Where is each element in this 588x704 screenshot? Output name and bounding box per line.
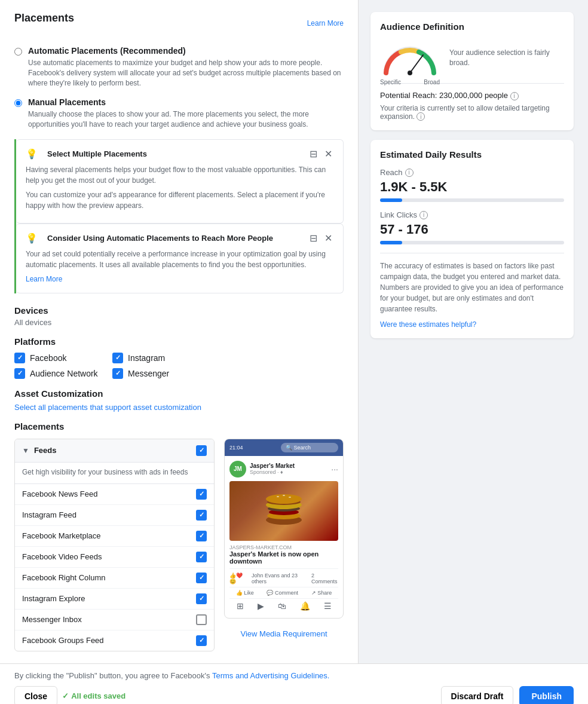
footer-actions: Close ✓ All edits saved Discard Draft Pu… [14,686,574,704]
platform-messenger[interactable]: ✓ Messenger [112,368,206,379]
manual-radio[interactable] [14,99,22,107]
tip1-body2: You can customize your ad's appearance f… [26,189,333,211]
platform-facebook[interactable]: ✓ Facebook [14,353,108,363]
tip1-close-button[interactable]: ✕ [323,148,333,160]
manual-label: Manual Placements [28,97,344,107]
instagram-checkbox[interactable]: ✓ [112,353,123,363]
view-media-button[interactable]: View Media Requirement [224,623,344,644]
criteria-info-icon[interactable]: i [416,112,425,121]
tip2-save-button[interactable]: ⊟ [308,232,318,244]
audience-description: Your audience selection is fairly broad. [449,48,564,68]
placement-facebook-news-feed: Facebook News Feed ✓ [15,484,214,505]
ad-card: JM Jasper's Market Sponsored · ♦ ··· [225,456,343,618]
share-action[interactable]: ↗ Share [311,590,332,596]
menu-nav-icon[interactable]: ☰ [324,601,332,611]
ad-url: JASPERS-MARKET.COM [229,544,338,550]
burger-svg [260,487,308,535]
tip2-close-button[interactable]: ✕ [323,232,333,244]
audience-network-checkbox[interactable]: ✓ [14,368,25,379]
tip-select-multiple: 💡 Select Multiple Placements ⊟ ✕ Having … [16,139,344,224]
manual-placement-option[interactable]: Manual Placements Manually choose the pl… [14,97,344,130]
lightbulb2-icon: 💡 [26,232,38,244]
tip2-title: Consider Using Automatic Placements to R… [47,234,273,243]
cb-instagram-explore[interactable]: ✓ [196,593,207,604]
video-nav-icon[interactable]: ▶ [258,601,264,611]
footer-terms: By clicking the "Publish" button, you ag… [14,671,574,680]
helpful-link[interactable]: Were these estimates helpful? [380,320,476,329]
cb-facebook-right-column[interactable]: ✓ [196,573,207,583]
clicks-metric-info-icon[interactable]: i [419,211,428,219]
page-wrapper: Placements Learn More Automatic Placemen… [0,0,588,704]
devices-section: Devices All devices [14,305,344,327]
ad-image [229,481,338,541]
messenger-label: Messenger [128,369,169,378]
phone-time: 21:04 [229,445,277,451]
devices-title: Devices [14,305,344,316]
cb-facebook-groups-feed[interactable]: ✓ [196,635,207,646]
placement-instagram-feed: Instagram Feed ✓ [15,505,214,526]
like-action[interactable]: 👍 Like [236,590,254,596]
feeds-checkbox[interactable]: ✓ [196,445,207,456]
platforms-title: Platforms [14,336,344,347]
svg-point-8 [283,495,285,496]
ad-reactions: 👍❤️😊 John Evans and 23 others 2 Comments [229,568,338,584]
discard-button[interactable]: Discard Draft [441,686,514,704]
cb-instagram-feed[interactable]: ✓ [196,510,207,521]
feeds-collapse-icon[interactable]: ▼ [22,446,29,455]
cb-facebook-marketplace[interactable]: ✓ [196,531,207,541]
placements-feeds-list: ▼ Feeds ✓ Get high visibility for your b… [14,439,215,651]
gauge-area: Specific Broad Your audience selection i… [380,40,564,76]
reach-info-icon[interactable]: i [510,92,519,100]
saved-label: All edits saved [71,691,125,700]
reaction-icons: 👍❤️😊 [229,573,247,584]
placement-facebook-right-column: Facebook Right Column ✓ [15,568,214,589]
feeds-label: Feeds [34,446,57,455]
placements-list-section: Placements ▼ Feeds ✓ Get high visibility… [14,421,344,651]
gauge-svg: Specific Broad [380,40,440,76]
automatic-placement-option[interactable]: Automatic Placements (Recommended) Use a… [14,46,344,88]
publish-button[interactable]: Publish [519,686,574,704]
platform-audience-network[interactable]: ✓ Audience Network [14,368,108,379]
estimated-daily-card: Estimated Daily Results Reach i 1.9K - 5… [370,140,574,338]
cb-messenger-inbox[interactable] [196,614,207,625]
reach-metric-info-icon[interactable]: i [405,169,414,177]
manual-desc: Manually choose the places to show your … [28,109,344,130]
ad-sponsored: Sponsored · ♦ [250,469,295,475]
messenger-checkbox[interactable]: ✓ [112,368,123,379]
comments-count: 2 Comments [311,573,338,584]
reach-bar-track [380,198,564,202]
tip1-title: Select Multiple Placements [47,149,147,158]
platform-instagram[interactable]: ✓ Instagram [112,353,206,363]
tip2-learn-more[interactable]: Learn More [26,275,62,283]
link-clicks-value: 57 - 176 [380,222,564,237]
cb-facebook-news-feed[interactable]: ✓ [196,489,207,500]
bell-nav-icon[interactable]: 🔔 [300,601,310,611]
facebook-checkbox[interactable]: ✓ [14,353,25,363]
ad-name: Jasper's Market [250,463,295,469]
home-nav-icon[interactable]: ⊞ [237,601,244,611]
potential-reach: Potential Reach: 230,000,000 people i [380,91,564,100]
placement-facebook-video-feeds: Facebook Video Feeds ✓ [15,547,214,568]
close-button[interactable]: Close [14,686,57,704]
footer: By clicking the "Publish" button, you ag… [0,663,588,704]
marketplace-nav-icon[interactable]: 🛍 [278,601,286,611]
comment-action[interactable]: 💬 Comment [267,590,298,596]
svg-point-7 [277,496,279,497]
cb-facebook-video-feeds[interactable]: ✓ [196,552,207,562]
placement-facebook-marketplace: Facebook Marketplace ✓ [15,526,214,547]
gauge-specific-label: Specific [380,79,401,85]
platforms-section: Platforms ✓ Facebook ✓ Instagram ✓ Audie… [14,336,344,379]
ad-more-icon: ··· [331,464,338,474]
learn-more-link[interactable]: Learn More [307,19,344,27]
tip-boxes-container: 💡 Select Multiple Placements ⊟ ✕ Having … [14,139,344,293]
check-icon: ✓ [62,691,69,700]
gauge-broad-label: Broad [424,79,440,85]
reach-label: Reach i [380,168,564,177]
tip1-save-button[interactable]: ⊟ [308,148,318,160]
ad-title: Jasper's Market is now open downtown [229,550,338,565]
asset-link[interactable]: Select all placements that support asset… [14,403,201,412]
terms-link[interactable]: Terms and Advertising Guidelines. [212,671,330,680]
saved-indicator: ✓ All edits saved [62,691,125,700]
automatic-radio[interactable] [14,48,22,56]
ad-avatar: JM [229,461,246,478]
